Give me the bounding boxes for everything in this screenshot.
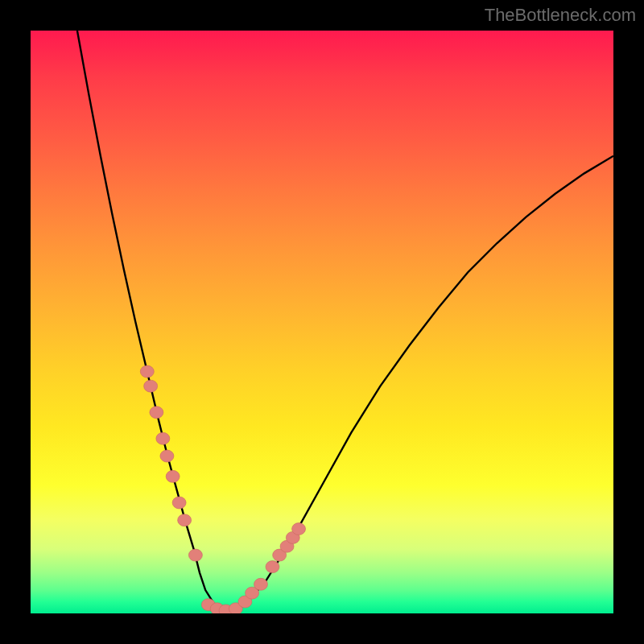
plot-area (31, 31, 613, 613)
watermark-text: TheBottleneck.com (485, 5, 636, 26)
chart-container: { "watermark": "TheBottleneck.com", "col… (0, 0, 644, 644)
